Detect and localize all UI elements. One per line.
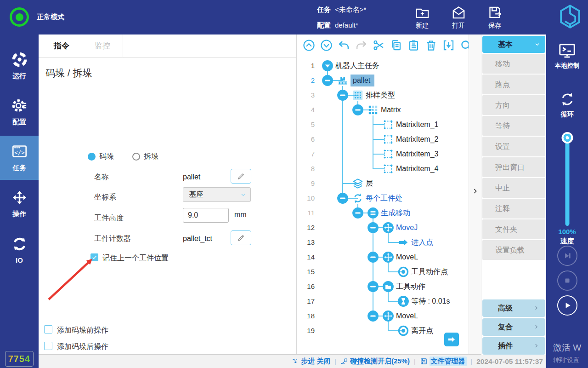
delete-button[interactable]: [425, 39, 437, 52]
edit-name-button[interactable]: [231, 169, 251, 184]
file-manager-button[interactable]: 文件管理器: [420, 356, 467, 366]
play-button[interactable]: [557, 295, 577, 316]
paste-icon: [407, 39, 420, 52]
robot-status-indicator[interactable]: [10, 7, 29, 27]
command-item[interactable]: 中止: [482, 178, 545, 198]
pallet-icon: [337, 75, 349, 86]
tree-node-label[interactable]: 机器人主任务: [335, 58, 379, 73]
loop-button[interactable]: 循环: [546, 91, 588, 119]
tree-node-label[interactable]: 进入点: [411, 235, 433, 250]
sidebar-item-operate[interactable]: 操作: [0, 182, 39, 226]
cut-button[interactable]: [373, 39, 385, 52]
tree-node-label[interactable]: MatrixItem_4: [396, 161, 438, 176]
tree-node-label[interactable]: pallet: [351, 75, 374, 86]
tree-node-label[interactable]: 生成移动: [381, 206, 410, 220]
tree-node-label[interactable]: MoveL: [396, 309, 418, 323]
command-group[interactable]: 插件: [482, 337, 545, 355]
command-item[interactable]: 等待: [482, 116, 545, 136]
collapse-toggle-icon[interactable]: [367, 251, 379, 263]
task-info: 任务<未命名>*: [317, 6, 366, 14]
tree-node-label[interactable]: 离开点: [411, 323, 433, 338]
tree-node-label[interactable]: MoveJ: [396, 220, 418, 235]
sidebar-item-task[interactable]: </>任务: [0, 136, 39, 180]
config-value: default*: [335, 21, 358, 29]
topbar-new-button[interactable]: 新建: [406, 5, 439, 30]
next-page-button[interactable]: [444, 333, 459, 346]
tree-node-label[interactable]: 工具动作: [396, 279, 425, 294]
arrowRight-icon: [397, 236, 409, 248]
stop-button[interactable]: [557, 270, 577, 291]
pre-post-op-checkbox[interactable]: [44, 325, 52, 334]
collapse-toggle-icon[interactable]: [337, 192, 349, 204]
command-item[interactable]: 注释: [482, 199, 545, 218]
chevron-right-icon: [532, 342, 540, 350]
step-mode-status[interactable]: 步进 关闭: [291, 357, 330, 366]
edit-counter-button[interactable]: [231, 230, 251, 245]
move-down-button[interactable]: [320, 39, 333, 52]
local-control-button[interactable]: 本地控制: [546, 41, 588, 70]
tree-node-label[interactable]: MoveL: [396, 250, 418, 264]
copy-button[interactable]: [390, 39, 402, 52]
radio-option-depalletize[interactable]: 拆垛: [132, 152, 158, 161]
terminal-icon: [558, 41, 577, 60]
topbar-open-button[interactable]: 打开: [442, 5, 475, 30]
insert-button[interactable]: [442, 39, 455, 52]
tab-command[interactable]: 指令: [41, 34, 82, 58]
io-icon: [11, 236, 28, 253]
collapse-toggle-icon[interactable]: [337, 89, 349, 101]
chevron-down-icon: [533, 40, 541, 48]
panel-collapse-handle[interactable]: [469, 34, 481, 354]
collapse-toggle-icon[interactable]: [352, 104, 364, 116]
paste-button[interactable]: [407, 39, 420, 52]
step-forward-button[interactable]: [557, 246, 577, 266]
topbar-save-button[interactable]: 保存: [478, 5, 511, 30]
speed-slider-track[interactable]: [565, 139, 569, 226]
command-group-basic[interactable]: 基本: [482, 36, 545, 53]
tab-monitor[interactable]: 监控: [82, 34, 123, 58]
frame-select[interactable]: 基座: [183, 187, 251, 202]
caret-icon[interactable]: [322, 60, 334, 72]
tree-node-label[interactable]: 排样类型: [366, 88, 395, 103]
command-item[interactable]: 路点: [482, 75, 545, 94]
sidebar-item-io[interactable]: IO: [0, 228, 39, 272]
collapse-toggle-icon[interactable]: [367, 310, 379, 322]
tree-node-label[interactable]: Matrix: [381, 103, 401, 117]
collapse-toggle-icon[interactable]: [367, 222, 379, 234]
command-item[interactable]: 设置: [482, 137, 545, 156]
remember-checkbox[interactable]: [90, 253, 98, 261]
command-item[interactable]: 移动: [482, 54, 545, 74]
tree-node-label[interactable]: MatrixItem_1: [396, 117, 438, 132]
height-input[interactable]: 9.0: [183, 208, 229, 223]
move-up-button[interactable]: [303, 39, 315, 52]
tree-node-label[interactable]: MatrixItem_3: [396, 147, 438, 161]
sidebar-item-run[interactable]: 运行: [0, 44, 39, 88]
robot-id-badge: 7754: [5, 351, 34, 367]
collision-status[interactable]: 碰撞检测开启(25%): [340, 357, 410, 366]
collapse-toggle-icon[interactable]: [352, 207, 364, 219]
sidebar-item-config[interactable]: 配置: [0, 90, 39, 134]
command-item[interactable]: 方向: [482, 95, 545, 115]
tree-node-label[interactable]: 工具动作点: [411, 264, 448, 279]
collapse-toggle-icon[interactable]: [322, 75, 334, 86]
pre-post-op-label: 添加码垛前操作: [57, 326, 108, 335]
radio-option-palletize[interactable]: 码垛: [88, 152, 114, 161]
undo-button[interactable]: [338, 39, 350, 52]
command-group[interactable]: 复合: [482, 318, 545, 336]
collapse-toggle-icon[interactable]: [367, 281, 379, 293]
command-item[interactable]: 弹出窗口: [482, 157, 545, 177]
command-group[interactable]: 高级: [482, 299, 545, 317]
command-item[interactable]: 设置负载: [482, 240, 545, 260]
chevron-right-icon: [532, 304, 540, 312]
tree-node-label[interactable]: MatrixItem_2: [396, 132, 438, 147]
tree-node-label[interactable]: 每个工件处: [366, 191, 402, 206]
loop-icon: [352, 192, 364, 204]
name-label: 名称: [94, 172, 109, 182]
pre-post-op-checkbox[interactable]: [44, 342, 52, 350]
tree-node-label[interactable]: 等待 : 0.01s: [411, 294, 450, 309]
command-item[interactable]: 文件夹: [482, 219, 545, 239]
chevron-right-icon: [532, 323, 540, 331]
status-dot-icon: [16, 13, 23, 21]
task-icon: </>: [11, 143, 28, 160]
tree-node-label[interactable]: 层: [366, 176, 373, 191]
speed-slider-handle[interactable]: [561, 132, 573, 144]
